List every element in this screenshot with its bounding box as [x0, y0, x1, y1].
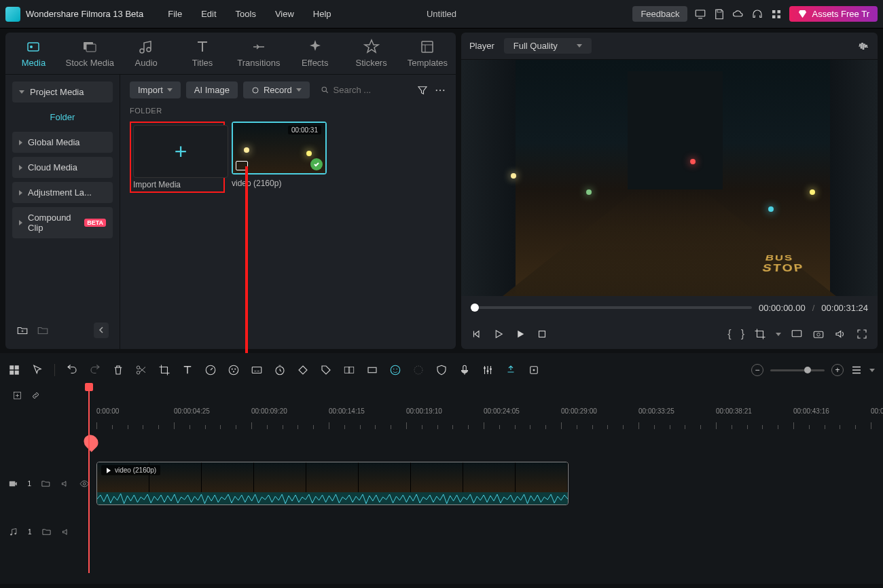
volume-icon[interactable] — [834, 328, 846, 340]
menu-help[interactable]: Help — [305, 6, 340, 22]
search-input[interactable] — [334, 85, 406, 95]
monitor-icon[interactable] — [694, 8, 706, 20]
smiley-icon[interactable] — [389, 364, 401, 376]
mixer-icon[interactable] — [482, 364, 494, 376]
timer-icon[interactable] — [274, 364, 286, 376]
keyframe-icon[interactable] — [297, 364, 309, 376]
magnet-icon[interactable] — [505, 364, 517, 376]
folder-icon[interactable] — [37, 325, 49, 337]
tab-stickers[interactable]: Stickers — [343, 33, 399, 74]
player-panel: Player Full Quality BUSSTOP 00:00:00.00 … — [461, 33, 878, 349]
zoom-out-button[interactable]: − — [751, 364, 763, 376]
waveform-icon[interactable] — [857, 40, 869, 52]
delete-icon[interactable] — [112, 364, 124, 376]
sidebar-project-media[interactable]: Project Media — [12, 81, 113, 103]
collapse-sidebar-button[interactable] — [94, 323, 109, 338]
tab-titles[interactable]: Titles — [175, 33, 231, 74]
quality-dropdown[interactable]: Full Quality — [504, 38, 592, 54]
progress-bar[interactable] — [471, 306, 752, 309]
tab-media[interactable]: Media — [5, 33, 62, 74]
tab-stock-media[interactable]: Stock Media — [62, 33, 118, 74]
mic-icon[interactable] — [458, 364, 471, 376]
audio-track-empty[interactable] — [96, 520, 875, 543]
tag-icon[interactable] — [320, 364, 332, 376]
apps-icon[interactable] — [770, 8, 782, 20]
list-view-icon[interactable] — [850, 364, 863, 376]
svg-point-29 — [234, 368, 236, 369]
tab-transitions[interactable]: Transitions — [230, 33, 287, 74]
mark-in-icon[interactable]: { — [727, 328, 731, 340]
sidebar-folder[interactable]: Folder — [12, 107, 113, 128]
folder-track-icon[interactable] — [41, 527, 52, 537]
video-preview[interactable]: BUSSTOP — [461, 60, 878, 296]
svg-point-13 — [436, 89, 437, 90]
link-icon[interactable] — [31, 390, 41, 401]
ai-image-button[interactable]: AI Image — [186, 81, 238, 98]
headphones-icon[interactable] — [751, 8, 763, 20]
zoom-in-button[interactable]: + — [831, 364, 844, 376]
sidebar-global-media[interactable]: Global Media — [12, 132, 113, 153]
play-icon[interactable] — [514, 328, 526, 340]
mute-icon[interactable] — [60, 479, 71, 489]
layout-icon[interactable] — [8, 364, 20, 376]
menu-file[interactable]: File — [160, 6, 190, 22]
stop-icon[interactable] — [536, 328, 548, 340]
speed-icon[interactable] — [204, 364, 217, 376]
more-icon[interactable] — [434, 84, 446, 96]
sidebar-compound-clip[interactable]: Compound ClipBETA — [12, 207, 113, 238]
menu-view[interactable]: View — [267, 6, 302, 22]
tab-audio[interactable]: Audio — [118, 33, 175, 74]
aspect-icon[interactable] — [366, 364, 378, 376]
subtitle-icon[interactable] — [251, 364, 263, 376]
tab-effects[interactable]: Effects — [287, 33, 343, 74]
render-icon[interactable] — [412, 364, 425, 376]
split-icon[interactable] — [135, 364, 147, 376]
cloud-icon[interactable] — [732, 8, 744, 20]
svg-point-45 — [533, 369, 535, 371]
pointer-icon[interactable] — [31, 364, 43, 376]
add-track-icon[interactable] — [12, 390, 22, 401]
chevron-down-icon[interactable] — [869, 369, 875, 372]
prev-frame-icon[interactable] — [471, 328, 483, 340]
folder-track-icon[interactable] — [41, 479, 51, 489]
crop-tool-icon[interactable] — [754, 328, 766, 340]
assets-free-trial-button[interactable]: Assets Free Tr — [789, 6, 878, 22]
sidebar-adjustment-layer[interactable]: Adjustment La... — [12, 182, 113, 203]
marker-tool-icon[interactable] — [528, 364, 540, 376]
display-icon[interactable] — [791, 328, 803, 340]
media-tabs: Media Stock Media Audio Titles Transitio… — [5, 33, 456, 75]
menu-tools[interactable]: Tools — [228, 6, 264, 22]
crop-icon[interactable] — [158, 364, 170, 376]
marker-icon[interactable] — [81, 432, 101, 452]
chevron-down-icon[interactable] — [776, 333, 781, 336]
search-icon[interactable] — [321, 85, 329, 95]
record-dropdown[interactable]: Record — [243, 81, 310, 98]
video-clip[interactable]: video (2160p) — [96, 462, 569, 505]
progress-knob[interactable] — [471, 304, 479, 312]
app-logo-icon — [5, 7, 20, 22]
feedback-button[interactable]: Feedback — [632, 6, 687, 22]
import-media-tile[interactable]: + — [133, 125, 228, 178]
mute-icon[interactable] — [61, 527, 71, 537]
zoom-slider[interactable] — [770, 369, 825, 371]
import-dropdown[interactable]: Import — [130, 81, 181, 98]
fullscreen-icon[interactable] — [856, 328, 868, 340]
timeline-ruler[interactable]: 0:00:0000:00:04:2500:00:09:2000:00:14:15… — [96, 407, 875, 429]
mark-out-icon[interactable]: } — [741, 328, 744, 340]
sidebar-cloud-media[interactable]: Cloud Media — [12, 157, 113, 178]
filter-icon[interactable] — [416, 84, 429, 96]
color-icon[interactable] — [228, 364, 240, 376]
shield-icon[interactable] — [435, 364, 448, 376]
undo-icon[interactable] — [66, 364, 78, 376]
new-folder-icon[interactable] — [16, 325, 29, 337]
group-icon[interactable] — [343, 364, 355, 376]
redo-icon[interactable] — [89, 364, 101, 376]
play-pause-icon[interactable] — [492, 328, 505, 340]
text-icon[interactable] — [181, 364, 194, 376]
snapshot-icon[interactable] — [812, 328, 825, 340]
playhead[interactable] — [88, 383, 90, 573]
tab-templates[interactable]: Templates — [399, 33, 456, 74]
menu-edit[interactable]: Edit — [193, 6, 224, 22]
video-thumbnail[interactable]: 00:00:31 — [232, 122, 327, 174]
save-icon[interactable] — [713, 8, 725, 20]
